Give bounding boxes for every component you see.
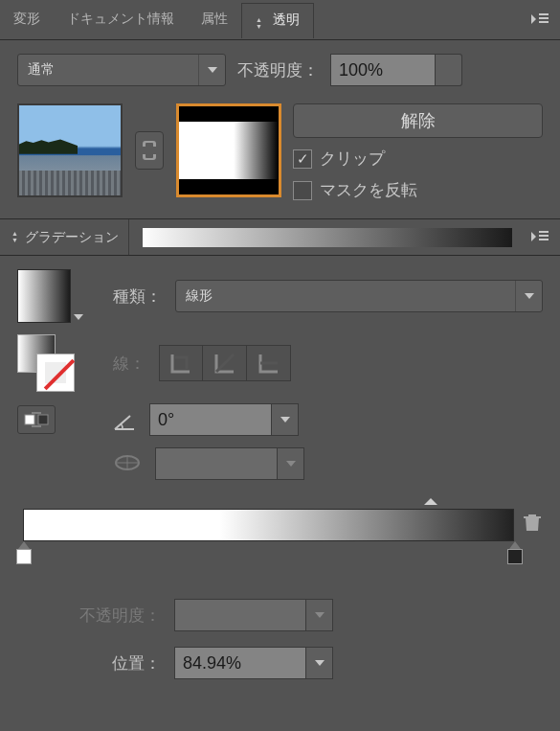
stop-opacity-label: 不透明度： [17,605,161,627]
svg-rect-0 [25,415,34,424]
stop-position-row: 位置： 84.94% [17,647,543,679]
dropdown-button [515,281,542,311]
stop-position-field[interactable]: 84.94% [174,647,306,679]
aspect-ratio-field [155,447,278,480]
gradient-panel-title[interactable]: グラデーション [0,219,129,255]
dropdown-button [198,55,225,85]
aspect-ratio-icon [113,452,142,476]
gradient-aspect-row [17,447,543,480]
trash-icon [524,513,541,532]
gradient-swatch[interactable] [17,269,71,323]
stroke-along-icon [213,352,236,375]
mask-thumbnail[interactable] [176,103,281,197]
link-column [134,103,165,197]
gradient-ramp[interactable] [23,509,514,541]
transparency-panel-body: 通常 不透明度： 100% 解除 [0,40,560,219]
transparency-mask-row: 解除 ✓ クリップ マスクを反転 [17,103,543,201]
clip-checkbox[interactable]: ✓ [293,149,312,169]
tab-transparency[interactable]: 透明 [241,3,314,38]
stroke-gradient-alignment-group [159,345,291,381]
transparency-top-row: 通常 不透明度： 100% [17,54,543,86]
gradient-title-label: グラデーション [25,229,119,246]
tab-document-info[interactable]: ドキュメント情報 [54,3,188,37]
gradient-stroke-row: 線： [17,334,543,392]
stroke-align-across-button[interactable] [247,345,291,381]
gradient-panel-body: 種類： 線形 線： [0,256,560,712]
stop-opacity-dropdown-button [306,599,333,631]
gradient-type-value: 線形 [186,287,515,305]
artwork-thumbnail[interactable] [17,103,123,197]
reverse-icon [24,412,49,427]
opacity-field[interactable]: 100% [330,54,436,86]
delete-stop-button[interactable] [524,513,541,535]
flyout-menu-icon [531,13,549,27]
invert-mask-checkbox[interactable] [293,181,312,200]
invert-checkbox-row[interactable]: マスクを反転 [293,179,543,201]
fill-stroke-proxy[interactable] [17,334,75,392]
stop-position-label: 位置： [17,652,161,674]
gradient-stop-end[interactable] [506,541,524,564]
blend-mode-value: 通常 [28,61,198,79]
swatch-dropdown-icon [74,314,83,320]
panel-flyout-menu-button[interactable] [526,7,554,34]
link-icon [142,140,157,161]
reverse-gradient-button[interactable] [17,405,56,434]
stroke-across-icon [258,352,280,375]
aspect-ratio-dropdown-button [278,447,304,480]
stop-opacity-row: 不透明度： [17,599,543,631]
tab-transparency-label: 透明 [273,11,300,27]
release-mask-button[interactable]: 解除 [293,103,543,138]
angle-icon [113,408,136,431]
blend-mode-dropdown[interactable]: 通常 [17,54,226,86]
gradient-slider[interactable] [23,509,514,566]
gradient-type-dropdown[interactable]: 線形 [175,280,543,312]
invert-mask-label: マスクを反転 [320,179,417,201]
clip-checkbox-row[interactable]: ✓ クリップ [293,148,543,170]
transparency-panel-tabs: 変形 ドキュメント情報 属性 透明 [0,0,560,40]
gradient-type-row: 種類： 線形 [17,269,543,323]
clip-label: クリップ [320,148,385,170]
stroke-align-within-button[interactable] [159,345,203,381]
stroke-within-icon [169,352,192,375]
angle-field[interactable]: 0° [149,403,272,436]
gradient-angle-row: 0° [17,403,543,436]
angle-dropdown-button[interactable] [272,403,299,436]
gradient-midpoint-handle[interactable] [424,491,437,505]
gradient-flyout-menu-button[interactable] [526,224,554,251]
gradient-panel-header: グラデーション [0,219,560,256]
opacity-stepper[interactable] [436,54,462,86]
gradient-type-label: 種類： [113,286,162,308]
stop-position-dropdown-button[interactable] [306,647,333,679]
flyout-menu-icon [531,231,549,244]
gradient-preview-bar[interactable] [143,228,512,247]
opacity-label: 不透明度： [237,59,319,81]
stop-opacity-field [174,599,306,631]
svg-rect-1 [38,415,48,424]
gradient-stop-start[interactable] [15,541,33,564]
stroke-align-along-button[interactable] [203,345,247,381]
tab-attributes[interactable]: 属性 [188,3,241,37]
link-mask-button[interactable] [135,131,164,170]
tab-transform[interactable]: 変形 [0,3,54,37]
mask-options-column: 解除 ✓ クリップ マスクを反転 [293,103,543,201]
stroke-swatch[interactable] [36,354,75,392]
stroke-label: 線： [113,353,146,375]
